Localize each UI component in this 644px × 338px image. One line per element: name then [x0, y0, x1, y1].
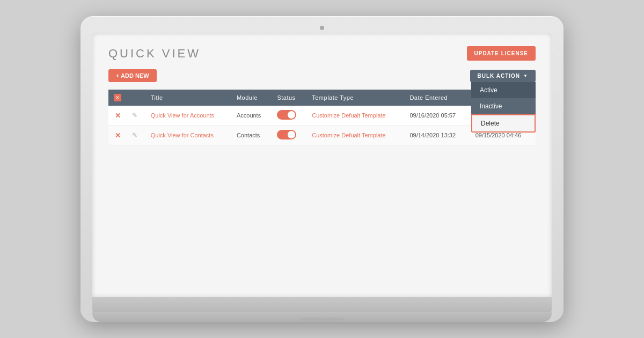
add-new-button[interactable]: + ADD NEW	[108, 69, 157, 82]
row1-status	[272, 106, 306, 126]
header-title: Title	[145, 90, 231, 106]
row2-title-link[interactable]: Quick View for Contacts	[151, 132, 214, 138]
dropdown-item-delete[interactable]: Delete	[471, 114, 536, 133]
row2-module: Contacts	[231, 126, 272, 145]
delete-icon[interactable]: ✕	[115, 112, 121, 120]
toolbar-row: + ADD NEW BULK ACTION ▼ Active Inactive …	[108, 69, 536, 82]
header-checkbox-col: ✕	[108, 90, 127, 106]
header-actions-col	[127, 90, 145, 106]
bulk-action-button[interactable]: BULK ACTION ▼	[470, 70, 536, 82]
row2-title: Quick View for Contacts	[145, 126, 231, 145]
row2-date-entered: 09/14/2020 13:32	[404, 126, 470, 145]
trackpad	[301, 318, 343, 321]
laptop-frame: QUICK VIEW UPDATE LICENSE + ADD NEW BULK…	[80, 16, 564, 322]
row1-module: Accounts	[231, 106, 272, 126]
screen-content: QUICK VIEW UPDATE LICENSE + ADD NEW BULK…	[92, 33, 552, 297]
row2-delete: ✕	[108, 126, 127, 145]
row2-status	[272, 126, 306, 145]
row1-title-link[interactable]: Quick View for Accounts	[151, 112, 214, 119]
row1-template-link[interactable]: Customize Defualt Template	[312, 112, 385, 119]
row1-edit: ✎	[127, 106, 145, 126]
header-module: Module	[231, 90, 272, 106]
row1-date-entered: 09/16/2020 05:57	[404, 106, 470, 126]
bulk-action-label: BULK ACTION	[478, 73, 521, 79]
header-status: Status	[272, 90, 306, 106]
laptop-base	[92, 297, 552, 312]
header-template-type: Template Type	[306, 90, 404, 106]
row1-status-toggle[interactable]	[277, 110, 296, 120]
edit-icon[interactable]: ✎	[132, 131, 137, 139]
laptop-bottom	[92, 312, 552, 322]
select-all-checkbox[interactable]: ✕	[114, 94, 121, 101]
update-license-button[interactable]: UPDATE LICENSE	[467, 46, 536, 61]
row1-delete: ✕	[108, 106, 127, 126]
screen: QUICK VIEW UPDATE LICENSE + ADD NEW BULK…	[92, 33, 552, 297]
page-title: QUICK VIEW	[108, 47, 201, 61]
bulk-action-dropdown: Active Inactive Delete	[471, 82, 536, 133]
row2-edit: ✎	[127, 126, 145, 145]
row1-title: Quick View for Accounts	[145, 106, 231, 126]
header-date-entered: Date Entered	[404, 90, 470, 106]
dropdown-item-active[interactable]: Active	[471, 82, 536, 98]
row2-template-type: Customize Defualt Template	[306, 126, 404, 145]
row1-template-type: Customize Defualt Template	[306, 106, 404, 126]
bulk-action-wrapper: BULK ACTION ▼ Active Inactive Delete	[470, 70, 536, 82]
row2-status-toggle[interactable]	[277, 130, 296, 139]
delete-icon[interactable]: ✕	[115, 131, 121, 139]
row2-template-link[interactable]: Customize Defualt Template	[312, 132, 385, 138]
dropdown-item-inactive[interactable]: Inactive	[471, 98, 536, 114]
camera-notch	[320, 26, 324, 30]
chevron-down-icon: ▼	[523, 74, 528, 78]
header-row: QUICK VIEW UPDATE LICENSE	[108, 46, 536, 61]
edit-icon[interactable]: ✎	[132, 112, 137, 119]
